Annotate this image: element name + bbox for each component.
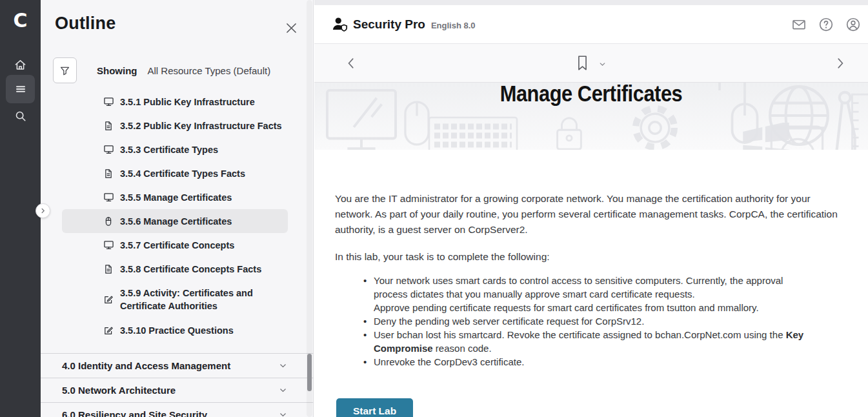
banner-keyboard-icon — [428, 116, 518, 150]
outline-item-3-5-5[interactable]: 3.5.5 Manage Certificates — [62, 185, 288, 209]
search-icon — [14, 110, 27, 123]
product-title: Security Pro — [353, 17, 425, 32]
close-outline-button[interactable] — [283, 20, 299, 36]
chevron-right-icon — [833, 56, 847, 70]
search-button[interactable] — [6, 103, 35, 129]
outline-item-label: 3.5.1 Public Key Infrastructure — [120, 96, 255, 108]
outline-item-label: 3.5.7 Certificate Concepts — [120, 239, 234, 252]
lab-mouse-icon — [103, 216, 114, 227]
filter-value: All Resource Types (Default) — [148, 65, 271, 76]
outline-item-3-5-4[interactable]: 3.5.4 Certificate Types Facts — [62, 161, 288, 185]
home-button[interactable] — [6, 52, 35, 77]
outline-item-list: 3.5.1 Public Key Infrastructure 3.5.2 Pu… — [41, 90, 314, 342]
section-label: 6.0 Resiliency and Site Security — [62, 409, 278, 417]
outline-item-3-5-8[interactable]: 3.5.8 Certificate Concepts Facts — [62, 257, 288, 281]
outline-item-label: 3.5.10 Practice Questions — [120, 324, 234, 337]
task-intro-paragraph: In this lab, your task is to complete th… — [335, 249, 840, 265]
menu-icon — [14, 83, 27, 96]
section-5-0[interactable]: 5.0 Network Architecture — [41, 378, 314, 402]
activity-edit-icon — [103, 294, 114, 305]
outline-item-3-5-3[interactable]: 3.5.3 Certificate Types — [62, 137, 288, 161]
section-4-0[interactable]: 4.0 Identity and Access Management — [41, 353, 314, 378]
main-area: Security Pro English 8.0 — [314, 0, 868, 417]
outline-item-3-5-10[interactable]: 3.5.10 Practice Questions — [62, 318, 288, 342]
outline-panel: Outline Showing All Resource Types (Defa… — [41, 0, 314, 417]
course-brand: Security Pro English 8.0 — [331, 15, 476, 33]
video-icon — [103, 239, 114, 250]
filter-row: Showing All Resource Types (Default) — [53, 57, 270, 83]
security-user-shield-icon — [331, 15, 348, 33]
document-icon — [103, 121, 114, 131]
filter-button[interactable] — [53, 57, 77, 83]
outline-item-3-5-2[interactable]: 3.5.2 Public Key Infrastructure Facts — [62, 114, 288, 137]
outline-item-3-5-6-selected[interactable]: 3.5.6 Manage Certificates — [62, 209, 288, 233]
close-icon — [285, 21, 298, 35]
lesson-content: You are the IT administrator for a growi… — [314, 150, 868, 417]
task-item-4: Unrevoke the CorpDev3 certificate. — [363, 355, 813, 369]
banner-frame-icon — [770, 125, 825, 150]
scenario-paragraph: You are the IT administrator for a growi… — [335, 191, 840, 238]
chevron-down-icon — [278, 410, 288, 417]
video-icon — [103, 96, 114, 107]
start-lab-button[interactable]: Start Lab — [336, 398, 413, 417]
profile-button[interactable] — [845, 17, 861, 32]
previous-lesson-button[interactable] — [344, 56, 358, 70]
section-label: 5.0 Network Architecture — [62, 385, 278, 396]
lesson-title: Manage Certificates — [347, 83, 834, 107]
section-6-0[interactable]: 6.0 Resiliency and Site Security — [41, 402, 314, 417]
bookmark-controls — [576, 55, 607, 71]
section-label: 4.0 Identity and Access Management — [62, 360, 278, 371]
chevron-down-icon — [278, 361, 288, 371]
banner-ruler-icon — [850, 93, 868, 150]
outline-item-label: 3.5.8 Certificate Concepts Facts — [120, 263, 261, 276]
filter-showing-label: Showing — [97, 65, 137, 76]
app-logo[interactable]: C — [0, 9, 41, 32]
task-list: Your network uses smart cards to control… — [335, 274, 813, 369]
bookmark-button[interactable] — [576, 55, 589, 71]
task-item-1-line-2: Approve pending certificate requests for… — [374, 301, 813, 314]
outline-item-label: 3.5.5 Manage Certificates — [120, 191, 232, 204]
chevron-left-icon — [344, 56, 358, 70]
video-icon — [103, 144, 114, 155]
document-icon — [103, 264, 114, 274]
outline-item-3-5-1[interactable]: 3.5.1 Public Key Infrastructure — [62, 90, 288, 114]
bookmark-icon — [576, 55, 589, 71]
task-item-1: Your network uses smart cards to control… — [363, 274, 813, 314]
task-item-1-line-1: Your network uses smart cards to control… — [374, 274, 813, 301]
app-rail: C — [0, 0, 41, 417]
outline-section-list: 4.0 Identity and Access Management 5.0 N… — [41, 353, 314, 417]
outline-item-label: 3.5.6 Manage Certificates — [120, 215, 232, 228]
profile-icon — [845, 17, 861, 32]
header-actions — [791, 17, 868, 32]
course-header: Security Pro English 8.0 — [314, 5, 868, 43]
mail-icon — [791, 17, 807, 32]
help-button[interactable] — [818, 17, 834, 32]
task-item-3-post: reason code. — [433, 343, 492, 354]
help-icon — [818, 17, 834, 32]
outline-item-label: 3.5.3 Certificate Types — [120, 143, 218, 156]
outline-menu-button[interactable] — [6, 75, 35, 103]
outline-item-label: 3.5.2 Public Key Infrastructure Facts — [120, 119, 282, 132]
activity-edit-icon — [103, 325, 114, 336]
product-version: English 8.0 — [431, 21, 476, 30]
outline-item-label: 3.5.4 Certificate Types Facts — [120, 167, 245, 180]
chevron-right-icon — [39, 207, 46, 214]
document-icon — [103, 168, 114, 179]
next-lesson-button[interactable] — [833, 56, 847, 70]
chevron-down-icon — [278, 385, 288, 395]
banner-lock-icon — [554, 115, 584, 150]
panel-expander-button[interactable] — [35, 203, 50, 218]
outline-item-label: 3.5.9 Activity: Certificates and Certifi… — [120, 287, 288, 312]
lesson-nav-bar — [314, 43, 868, 83]
task-item-3-pre: User bchan lost his smartcard. Revoke th… — [374, 329, 786, 340]
outline-item-3-5-9[interactable]: 3.5.9 Activity: Certificates and Certifi… — [62, 281, 288, 318]
chevron-down-icon — [598, 60, 607, 68]
home-icon — [14, 58, 27, 72]
bookmark-menu-button[interactable] — [598, 60, 607, 68]
filter-funnel-icon — [59, 65, 70, 76]
outline-item-3-5-7[interactable]: 3.5.7 Certificate Concepts — [62, 233, 288, 257]
outline-scrollbar-thumb[interactable] — [307, 354, 312, 391]
messages-button[interactable] — [791, 17, 807, 32]
task-item-2: Deny the pending web server certificate … — [363, 314, 813, 328]
top-strip — [314, 0, 868, 5]
